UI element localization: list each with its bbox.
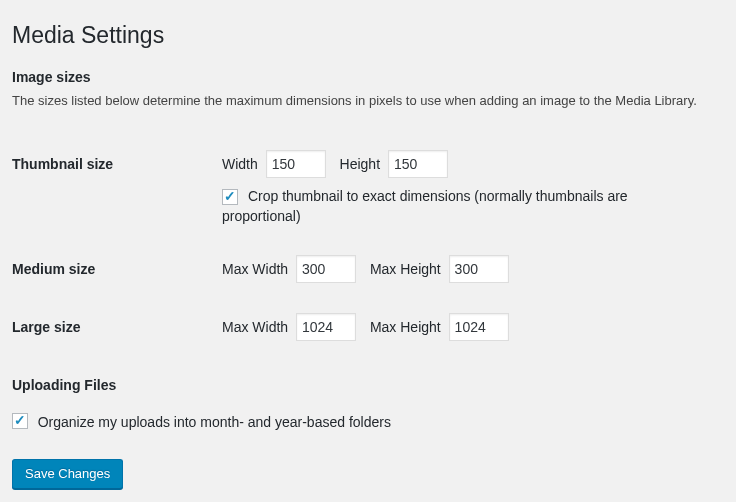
image-sizes-table: Thumbnail size Width Height Crop thumbna… (12, 135, 716, 356)
medium-max-height-label: Max Height (370, 261, 441, 277)
large-max-width-input[interactable] (296, 313, 356, 341)
thumbnail-width-input[interactable] (266, 150, 326, 178)
page-title: Media Settings (12, 12, 716, 55)
thumbnail-width-label: Width (222, 156, 258, 172)
medium-max-width-label: Max Width (222, 261, 288, 277)
thumbnail-crop-checkbox[interactable] (222, 189, 238, 205)
organize-uploads-checkbox[interactable] (12, 413, 28, 429)
thumbnail-height-input[interactable] (388, 150, 448, 178)
thumbnail-label: Thumbnail size (12, 135, 212, 240)
image-sizes-heading: Image sizes (12, 69, 716, 85)
uploading-files-heading: Uploading Files (12, 377, 716, 393)
large-max-height-input[interactable] (449, 313, 509, 341)
large-row: Large size Max Width Max Height (12, 298, 716, 356)
medium-max-height-input[interactable] (449, 255, 509, 283)
medium-label: Medium size (12, 240, 212, 298)
large-max-width-label: Max Width (222, 319, 288, 335)
large-label: Large size (12, 298, 212, 356)
image-sizes-description: The sizes listed below determine the max… (12, 91, 716, 111)
medium-row: Medium size Max Width Max Height (12, 240, 716, 298)
thumbnail-crop-label: Crop thumbnail to exact dimensions (norm… (222, 189, 628, 224)
organize-uploads-label: Organize my uploads into month- and year… (38, 413, 391, 429)
large-max-height-label: Max Height (370, 319, 441, 335)
thumbnail-row: Thumbnail size Width Height Crop thumbna… (12, 135, 716, 240)
save-changes-button[interactable]: Save Changes (12, 459, 123, 489)
medium-max-width-input[interactable] (296, 255, 356, 283)
thumbnail-height-label: Height (340, 156, 380, 172)
